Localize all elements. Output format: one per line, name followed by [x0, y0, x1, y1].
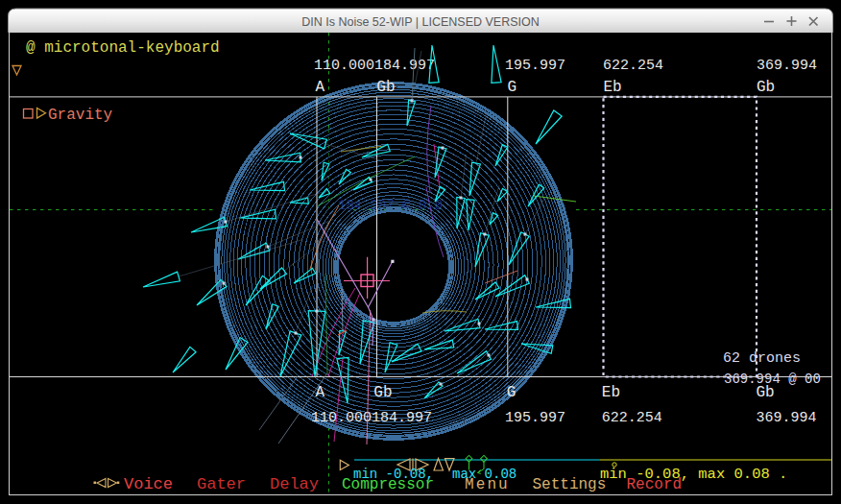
svg-text:Menu: Menu [465, 476, 510, 493]
svg-text:Gb: Gb [376, 79, 395, 96]
svg-text:Gater: Gater [197, 475, 246, 493]
svg-text:G: G [507, 384, 517, 401]
svg-text:110.000184.997: 110.000184.997 [311, 410, 432, 426]
svg-text:369.994: 369.994 [756, 410, 816, 426]
svg-text:369.994: 369.994 [757, 58, 817, 74]
svg-text:195.997: 195.997 [505, 58, 565, 74]
svg-text:Eb: Eb [604, 79, 622, 96]
svg-text:@ microtonal-keyboard: @ microtonal-keyboard [26, 39, 220, 57]
svg-text:Gb: Gb [757, 79, 775, 96]
svg-text:A: A [315, 384, 324, 401]
svg-text:Gb: Gb [373, 384, 392, 401]
svg-text:Record: Record [627, 476, 683, 493]
svg-text:Eb: Eb [602, 384, 620, 401]
svg-text:622.254: 622.254 [603, 58, 663, 74]
svg-text:Settings: Settings [533, 476, 607, 493]
svg-text:A: A [316, 79, 325, 96]
svg-text:110.000184.997: 110.000184.997 [314, 58, 435, 74]
svg-text:Compressor: Compressor [342, 476, 434, 493]
svg-text:622.254: 622.254 [602, 410, 662, 426]
svg-text:Voice: Voice [124, 475, 173, 493]
svg-text:G: G [508, 79, 517, 96]
svg-text:Gravity: Gravity [48, 107, 113, 124]
svg-text:369.994 @ 00: 369.994 @ 00 [724, 372, 821, 387]
svg-text:DIN Is Noise 52-WIP | LICENSED: DIN Is Noise 52-WIP | LICENSED VERSION [301, 15, 540, 29]
svg-text:62 drones: 62 drones [723, 350, 801, 367]
svg-text:195.997: 195.997 [505, 410, 565, 426]
svg-text:Delay: Delay [270, 475, 319, 493]
